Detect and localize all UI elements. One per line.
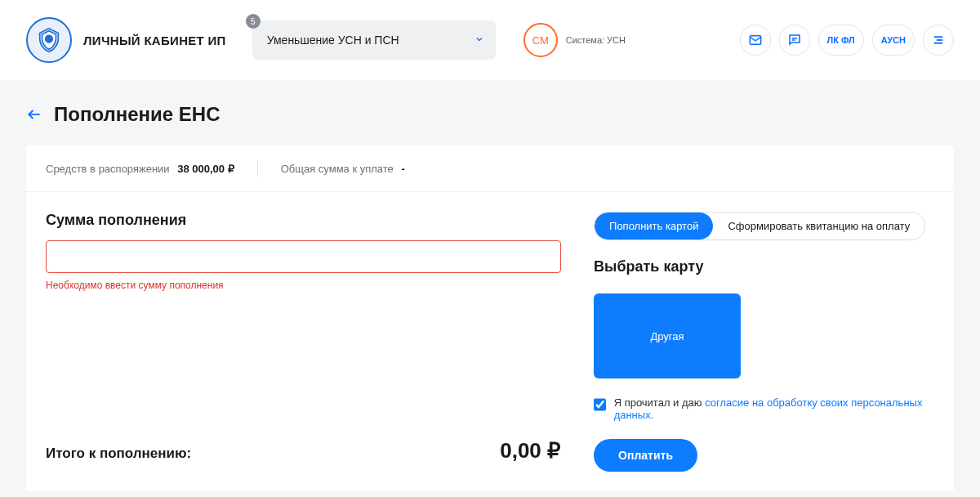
payment-method-tabs: Пополнить картой Сформировать квитанцию … [594,212,925,240]
summary-bar: Средств в распоряжении 38 000,00 ₽ Общая… [26,146,954,192]
divider [257,160,258,177]
nav-lkfl[interactable]: ЛК ФЛ [818,25,864,56]
card-option-other[interactable]: Другая [594,293,741,378]
app-title: ЛИЧНЫЙ КАБИНЕТ ИП [83,34,226,47]
amount-label: Сумма пополнения [46,212,561,229]
right-column: Пополнить картой Сформировать квитанцию … [594,212,934,472]
back-arrow-icon[interactable] [26,106,42,123]
amount-error: Необходимо ввести сумму пополнения [46,280,561,291]
total-pay-label: Общая сумма к уплате [281,163,394,175]
total-pay-value: - [401,163,404,175]
total-row: Итого к пополнению: 0,00 ₽ [46,438,561,463]
consent-row[interactable]: Я прочитал и даю согласие на обработку с… [594,396,934,421]
nav-ausn[interactable]: АУСН [872,25,915,56]
funds-available: Средств в распоряжении 38 000,00 ₽ [46,163,234,175]
emblem-icon [26,17,72,63]
choose-card-label: Выбрать карту [594,258,934,275]
consent-prefix: Я прочитал и даю [614,396,706,409]
main-card: Средств в распоряжении 38 000,00 ₽ Общая… [26,146,954,491]
card-body: Сумма пополнения Необходимо ввести сумму… [26,192,954,491]
logo-block: ЛИЧНЫЙ КАБИНЕТ ИП [26,17,226,63]
header-icons: ЛК ФЛ АУСН [740,25,954,56]
avatar-block: СМ Система: УСН [523,23,626,57]
total-value: 0,00 ₽ [500,438,561,463]
notification-dropdown[interactable]: 5 Уменьшение УСН и ПСН [252,20,496,60]
mail-icon[interactable] [740,25,771,56]
tab-pay-card[interactable]: Пополнить картой [595,213,713,240]
page-title-row: Пополнение ЕНС [26,103,954,126]
chat-icon[interactable] [779,25,810,56]
svg-point-0 [46,35,53,43]
notification-text: Уменьшение УСН и ПСН [267,34,399,47]
total-to-pay: Общая сумма к уплате - [281,163,405,175]
total-label: Итого к пополнению: [46,446,191,462]
consent-text: Я прочитал и даю согласие на обработку с… [614,396,934,421]
header: ЛИЧНЫЙ КАБИНЕТ ИП 5 Уменьшение УСН и ПСН… [0,0,980,80]
avatar[interactable]: СМ [523,23,558,57]
tab-form-receipt[interactable]: Сформировать квитанцию на оплату [713,213,924,240]
notification-badge: 5 [246,14,261,29]
page-title: Пополнение ЕНС [54,103,220,126]
card-option-label: Другая [650,330,684,343]
menu-icon[interactable] [923,25,954,56]
funds-value: 38 000,00 ₽ [177,163,234,175]
chevron-down-icon [474,34,484,47]
amount-input[interactable] [46,240,561,273]
pay-button[interactable]: Оплатить [594,439,697,472]
funds-label: Средств в распоряжении [46,163,170,175]
system-label: Система: УСН [566,35,626,45]
consent-checkbox[interactable] [594,398,606,411]
page: Пополнение ЕНС Средств в распоряжении 38… [0,80,980,497]
left-column: Сумма пополнения Необходимо ввести сумму… [46,212,561,472]
